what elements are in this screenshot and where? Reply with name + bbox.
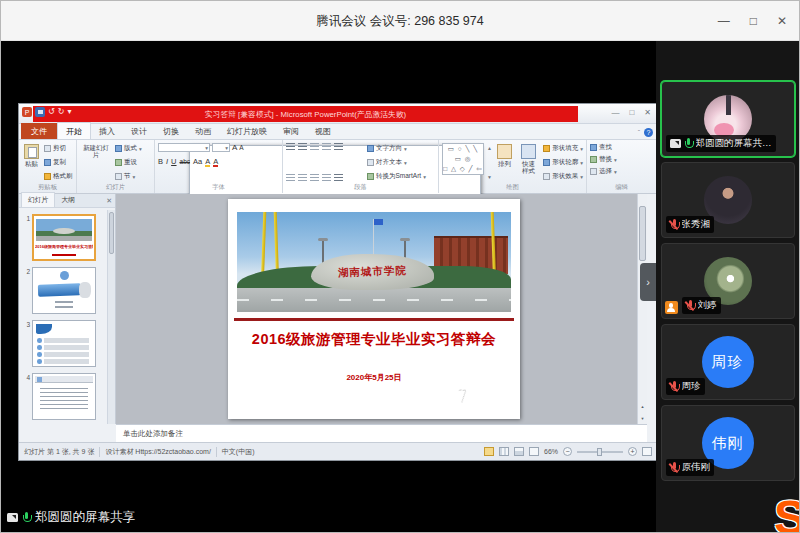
slide-thumbnail-4[interactable]: 4 — [23, 373, 107, 420]
undo-icon[interactable]: ↺ — [48, 107, 55, 117]
previous-slide-button[interactable]: ▲ — [639, 404, 646, 410]
new-slide-button[interactable]: 新建幻灯片 — [80, 143, 112, 182]
tab-file[interactable]: 文件 — [21, 123, 57, 139]
replace-button[interactable]: 替换▾ — [590, 155, 653, 164]
tab-transitions[interactable]: 切换 — [155, 123, 187, 139]
numbering-icon[interactable] — [298, 143, 307, 151]
participant-tile[interactable]: 刘婷 — [661, 243, 795, 319]
text-direction-button[interactable]: 文字方向▾ — [367, 144, 426, 153]
thumbnail-4-preview[interactable] — [32, 373, 96, 420]
change-case-button[interactable]: Aa — [193, 157, 202, 166]
notes-pane[interactable]: 单击此处添加备注 — [116, 424, 647, 442]
cut-button[interactable]: 剪切 — [44, 144, 73, 153]
slide-1[interactable]: 湖南城市学院 2016级旅游管理专业毕业实习答辩会 2020年5月25日 — [228, 199, 520, 419]
zoom-out-button[interactable]: − — [563, 447, 572, 456]
zoom-slider[interactable] — [577, 451, 623, 453]
tab-view[interactable]: 视图 — [307, 123, 339, 139]
redo-icon[interactable]: ↻ — [58, 107, 65, 117]
tab-review[interactable]: 审阅 — [275, 123, 307, 139]
shape-outline-button[interactable]: 形状轮廓▾ — [543, 158, 583, 167]
qat-dropdown-icon[interactable]: ▾ — [67, 107, 71, 117]
highlight-color-button[interactable]: A — [205, 157, 210, 166]
copy-button[interactable]: 复制 — [44, 158, 73, 167]
slide-thumbnail-1[interactable]: 1 2016级旅游管理专业毕业实习答辩会 — [23, 214, 107, 261]
convert-smartart-button[interactable]: 转换为SmartArt▾ — [367, 172, 426, 181]
pane-tab-slides[interactable]: 幻灯片 — [21, 192, 55, 207]
reading-view-button[interactable] — [514, 447, 524, 456]
line-spacing-icon[interactable] — [334, 143, 343, 151]
grow-font-button[interactable]: A — [232, 143, 237, 152]
participant-tile[interactable]: 张秀湘 — [661, 162, 795, 238]
shapes-gallery[interactable]: ▭ ○ ╲ ╲ ▭ ◎ □ △ ◇ ╱ ⇦ ⇨ — [442, 143, 484, 175]
quick-styles-icon — [521, 144, 536, 159]
participant-tile-sharing[interactable]: 郑圆圆的屏幕共… — [661, 81, 795, 157]
ppt-close-button[interactable]: ✕ — [644, 108, 651, 117]
next-slide-button[interactable]: ▼ — [639, 416, 646, 422]
decrease-indent-icon[interactable] — [310, 143, 319, 151]
thumbnail-1-preview[interactable]: 2016级旅游管理专业毕业实习答辩会 — [32, 214, 96, 261]
quick-styles-button[interactable]: 快速样式 — [517, 143, 540, 182]
gallery-up-icon[interactable]: ▲ — [487, 145, 492, 151]
zoom-in-button[interactable]: + — [628, 447, 637, 456]
select-button[interactable]: 选择▾ — [590, 167, 653, 176]
strikethrough-button[interactable]: abc — [180, 158, 190, 165]
tab-insert[interactable]: 插入 — [91, 123, 123, 139]
section-button[interactable]: 节▾ — [115, 172, 142, 181]
pane-scrollbar[interactable] — [107, 210, 115, 424]
align-left-icon[interactable] — [286, 174, 295, 182]
shrink-font-button[interactable]: A — [239, 144, 243, 151]
bullets-icon[interactable] — [286, 143, 295, 151]
columns-icon[interactable] — [334, 174, 343, 182]
tab-animations[interactable]: 动画 — [187, 123, 219, 139]
font-size-select[interactable]: ▾ — [212, 143, 230, 152]
pane-close-icon[interactable]: ✕ — [106, 197, 112, 205]
group-clipboard: 粘贴 剪切 复制 格式刷 剪贴板 — [19, 140, 77, 193]
thumbnail-2-preview[interactable] — [32, 267, 96, 314]
slide-title[interactable]: 2016级旅游管理专业毕业实习答辩会 — [228, 330, 520, 349]
find-button[interactable]: 查找 — [590, 143, 653, 152]
ppt-maximize-button[interactable]: □ — [629, 108, 634, 117]
italic-button[interactable]: I — [166, 157, 168, 166]
align-text-button[interactable]: 对齐文本▾ — [367, 158, 426, 167]
help-icon[interactable]: ? — [644, 128, 653, 137]
slide-date[interactable]: 2020年5月25日 — [228, 372, 520, 383]
justify-icon[interactable] — [322, 174, 331, 182]
format-painter-button[interactable]: 格式刷 — [44, 172, 73, 181]
increase-indent-icon[interactable] — [322, 143, 331, 151]
ribbon-collapse-icon[interactable]: ˆ — [638, 129, 640, 136]
underline-button[interactable]: U — [171, 157, 176, 166]
tab-design[interactable]: 设计 — [123, 123, 155, 139]
arrange-button[interactable]: 排列 — [495, 143, 514, 182]
tab-home[interactable]: 开始 — [57, 122, 91, 139]
slideshow-view-button[interactable] — [529, 447, 539, 456]
shape-outline-icon — [543, 159, 550, 166]
font-color-button[interactable]: A — [213, 157, 218, 166]
paste-button[interactable]: 粘贴 — [22, 143, 41, 182]
ppt-minimize-button[interactable]: — — [611, 108, 619, 117]
sidebar-collapse-handle[interactable]: › — [640, 263, 656, 301]
slide-sorter-view-button[interactable] — [499, 447, 509, 456]
shape-effects-button[interactable]: 形状效果▾ — [543, 172, 583, 181]
shape-fill-button[interactable]: 形状填充▾ — [543, 144, 583, 153]
slide-thumbnail-3[interactable]: 3 — [23, 320, 107, 367]
tab-slideshow[interactable]: 幻灯片放映 — [219, 123, 275, 139]
gallery-down-icon[interactable]: ▼ — [487, 174, 492, 180]
pane-tab-outline[interactable]: 大纲 — [55, 193, 81, 207]
participant-tile[interactable]: 伟刚 原伟刚 — [661, 405, 795, 481]
close-button[interactable]: ✕ — [777, 14, 787, 28]
slide-thumbnail-2[interactable]: 2 — [23, 267, 107, 314]
bold-button[interactable]: B — [158, 157, 163, 166]
fit-to-window-button[interactable] — [642, 447, 652, 456]
align-right-icon[interactable] — [310, 174, 319, 182]
layout-button[interactable]: 版式▾ — [115, 144, 142, 153]
normal-view-button[interactable] — [484, 447, 494, 456]
save-icon[interactable] — [35, 107, 45, 117]
minimize-button[interactable]: — — [718, 14, 730, 28]
canvas-scrollbar[interactable]: ▲ ▼ — [637, 194, 647, 424]
reset-button[interactable]: 重设 — [115, 158, 142, 167]
thumbnail-3-preview[interactable] — [32, 320, 96, 367]
font-name-select[interactable]: ▾ — [158, 143, 210, 152]
maximize-button[interactable]: □ — [750, 14, 757, 28]
align-center-icon[interactable] — [298, 174, 307, 182]
participant-tile[interactable]: 周珍 周珍 — [661, 324, 795, 400]
